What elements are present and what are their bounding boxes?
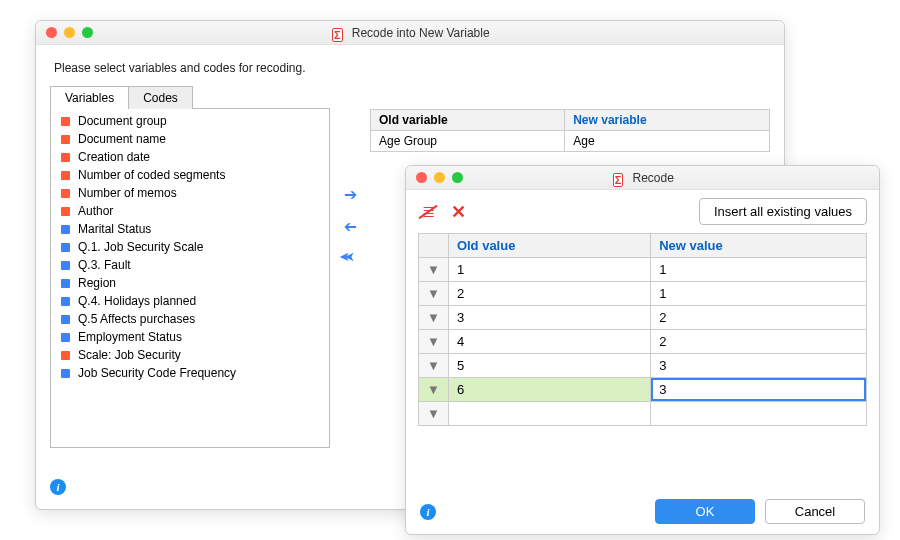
variable-type-icon (61, 297, 70, 306)
insert-all-values-button[interactable]: Insert all existing values (699, 198, 867, 225)
new-variable-cell[interactable]: Age (565, 131, 770, 152)
recode-window-title: Recode (406, 171, 879, 185)
close-icon[interactable] (46, 27, 57, 38)
list-item[interactable]: Q.3. Fault (51, 256, 329, 274)
variable-label: Q.1. Job Security Scale (78, 240, 203, 254)
variable-label: Number of memos (78, 186, 177, 200)
list-item[interactable]: Document name (51, 130, 329, 148)
old-value-cell[interactable]: 6 (448, 378, 650, 402)
instruction-text: Please select variables and codes for re… (36, 45, 784, 85)
list-item[interactable]: Region (51, 274, 329, 292)
variable-label: Number of coded segments (78, 168, 225, 182)
variable-type-icon (61, 135, 70, 144)
new-value-cell[interactable]: 3 (651, 378, 867, 402)
tab-codes[interactable]: Codes (128, 86, 193, 109)
new-value-cell[interactable]: 1 (651, 258, 867, 282)
minimize-icon[interactable] (64, 27, 75, 38)
list-item[interactable]: Employment Status (51, 328, 329, 346)
variable-type-icon (61, 261, 70, 270)
row-handle-icon[interactable]: ▼ (419, 306, 449, 330)
new-value-cell[interactable] (651, 402, 867, 426)
variable-label: Q.4. Holidays planned (78, 294, 196, 308)
remove-all-arrow-icon[interactable]: ➤➤ (339, 249, 361, 267)
list-item[interactable]: Job Security Code Frequency (51, 364, 329, 382)
old-value-cell[interactable]: 3 (448, 306, 650, 330)
variable-type-icon (61, 225, 70, 234)
app-icon (611, 173, 625, 185)
list-item[interactable]: Scale: Job Security (51, 346, 329, 364)
cancel-button[interactable]: Cancel (765, 499, 865, 524)
add-arrow-icon[interactable]: ➔ (339, 185, 361, 203)
variable-type-icon (61, 153, 70, 162)
selected-variables-table[interactable]: Old variable New variable Age Group Age (370, 109, 770, 152)
variable-label: Region (78, 276, 116, 290)
variable-label: Job Security Code Frequency (78, 366, 236, 380)
recode-dialog: Recode ≣ ✕ Insert all existing values Ol… (405, 165, 880, 535)
zoom-icon[interactable] (452, 172, 463, 183)
old-variable-cell: Age Group (371, 131, 565, 152)
old-value-cell[interactable]: 1 (448, 258, 650, 282)
variable-type-icon (61, 243, 70, 252)
table-row[interactable]: ▼21 (419, 282, 867, 306)
minimize-icon[interactable] (434, 172, 445, 183)
clear-list-icon[interactable]: ≣ (418, 202, 438, 222)
variable-label: Document name (78, 132, 166, 146)
variable-type-icon (61, 333, 70, 342)
variable-type-icon (61, 207, 70, 216)
list-item[interactable]: Marital Status (51, 220, 329, 238)
row-handle-icon[interactable]: ▼ (419, 378, 449, 402)
variable-label: Employment Status (78, 330, 182, 344)
table-row[interactable]: ▼32 (419, 306, 867, 330)
variable-label: Document group (78, 114, 167, 128)
table-row-empty[interactable]: ▼ (419, 402, 867, 426)
row-handle-icon[interactable]: ▼ (419, 258, 449, 282)
ok-button[interactable]: OK (655, 499, 755, 524)
row-handle-icon[interactable]: ▼ (419, 354, 449, 378)
variable-label: Q.3. Fault (78, 258, 131, 272)
handle-header (419, 234, 449, 258)
row-handle-icon[interactable]: ▼ (419, 330, 449, 354)
old-value-header: Old value (448, 234, 650, 258)
variable-label: Author (78, 204, 113, 218)
variable-list[interactable]: Document groupDocument nameCreation date… (50, 108, 330, 448)
table-row[interactable]: ▼53 (419, 354, 867, 378)
new-value-cell[interactable]: 2 (651, 306, 867, 330)
close-icon[interactable] (416, 172, 427, 183)
list-item[interactable]: Number of coded segments (51, 166, 329, 184)
old-value-cell[interactable] (448, 402, 650, 426)
old-value-cell[interactable]: 4 (448, 330, 650, 354)
main-window-title: Recode into New Variable (36, 26, 784, 40)
zoom-icon[interactable] (82, 27, 93, 38)
main-titlebar: Recode into New Variable (36, 21, 784, 45)
table-row[interactable]: ▼42 (419, 330, 867, 354)
remove-arrow-icon[interactable]: ➔ (339, 217, 361, 235)
variable-label: Q.5 Affects purchases (78, 312, 195, 326)
recode-titlebar: Recode (406, 166, 879, 190)
list-item[interactable]: Q.5 Affects purchases (51, 310, 329, 328)
variable-type-icon (61, 171, 70, 180)
transfer-buttons: ➔ ➔ ➤➤ (330, 85, 370, 473)
list-item[interactable]: Number of memos (51, 184, 329, 202)
new-value-cell[interactable]: 1 (651, 282, 867, 306)
list-item[interactable]: Q.4. Holidays planned (51, 292, 329, 310)
info-icon[interactable]: i (420, 504, 436, 520)
table-row[interactable]: ▼63 (419, 378, 867, 402)
list-item[interactable]: Document group (51, 112, 329, 130)
list-item[interactable]: Q.1. Job Security Scale (51, 238, 329, 256)
old-value-cell[interactable]: 5 (448, 354, 650, 378)
tab-variables[interactable]: Variables (50, 86, 129, 109)
old-value-cell[interactable]: 2 (448, 282, 650, 306)
table-row[interactable]: ▼11 (419, 258, 867, 282)
variable-type-icon (61, 189, 70, 198)
info-icon[interactable]: i (50, 479, 66, 495)
new-value-cell[interactable]: 3 (651, 354, 867, 378)
new-variable-header: New variable (565, 110, 770, 131)
row-handle-icon[interactable]: ▼ (419, 282, 449, 306)
table-row[interactable]: Age Group Age (371, 131, 770, 152)
delete-row-icon[interactable]: ✕ (448, 202, 468, 222)
list-item[interactable]: Creation date (51, 148, 329, 166)
new-value-cell[interactable]: 2 (651, 330, 867, 354)
recode-values-table[interactable]: Old value New value ▼11▼21▼32▼42▼53▼63▼ (418, 233, 867, 426)
row-handle-icon[interactable]: ▼ (419, 402, 449, 426)
list-item[interactable]: Author (51, 202, 329, 220)
